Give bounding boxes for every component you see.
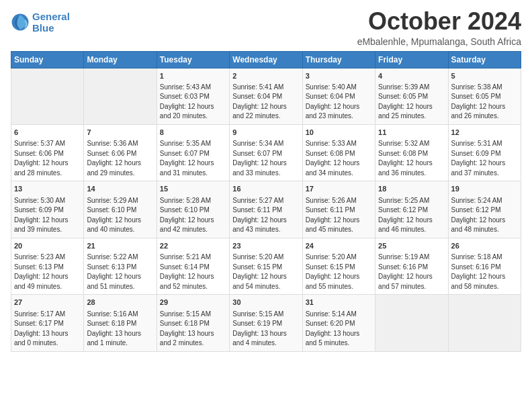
calendar-cell: 1Sunrise: 5:43 AM Sunset: 6:03 PM Daylig… (157, 68, 229, 124)
day-number: 18 (378, 184, 445, 194)
day-number: 9 (232, 128, 299, 138)
calendar-row: 13Sunrise: 5:30 AM Sunset: 6:09 PM Dayli… (11, 181, 521, 238)
day-number: 2 (232, 71, 299, 81)
day-info: Sunrise: 5:33 AM Sunset: 6:08 PM Dayligh… (306, 139, 372, 178)
calendar-cell: 31Sunrise: 5:14 AM Sunset: 6:20 PM Dayli… (302, 295, 375, 351)
calendar-cell: 7Sunrise: 5:36 AM Sunset: 6:06 PM Daylig… (84, 124, 157, 181)
day-info: Sunrise: 5:24 AM Sunset: 6:12 PM Dayligh… (451, 196, 518, 235)
day-number: 6 (14, 128, 81, 138)
day-number: 26 (451, 241, 518, 251)
calendar-cell: 11Sunrise: 5:32 AM Sunset: 6:08 PM Dayli… (375, 124, 448, 181)
day-info: Sunrise: 5:27 AM Sunset: 6:11 PM Dayligh… (232, 196, 299, 235)
calendar-cell: 18Sunrise: 5:25 AM Sunset: 6:12 PM Dayli… (375, 181, 448, 238)
day-info: Sunrise: 5:39 AM Sunset: 6:05 PM Dayligh… (378, 83, 445, 122)
calendar-row: 6Sunrise: 5:37 AM Sunset: 6:06 PM Daylig… (11, 124, 521, 181)
day-info: Sunrise: 5:15 AM Sunset: 6:19 PM Dayligh… (232, 310, 299, 349)
day-number: 25 (378, 241, 445, 251)
day-info: Sunrise: 5:28 AM Sunset: 6:10 PM Dayligh… (160, 196, 226, 235)
day-number: 7 (87, 128, 153, 138)
day-number: 31 (306, 298, 372, 308)
day-info: Sunrise: 5:25 AM Sunset: 6:12 PM Dayligh… (378, 196, 445, 235)
day-number: 22 (160, 241, 226, 251)
day-number: 12 (451, 128, 518, 138)
day-number: 4 (378, 71, 445, 81)
day-info: Sunrise: 5:32 AM Sunset: 6:08 PM Dayligh… (378, 139, 445, 178)
header-cell-tuesday: Tuesday (157, 51, 229, 68)
day-info: Sunrise: 5:17 AM Sunset: 6:17 PM Dayligh… (14, 310, 81, 349)
header-cell-saturday: Saturday (448, 51, 521, 68)
day-info: Sunrise: 5:36 AM Sunset: 6:06 PM Dayligh… (87, 139, 153, 178)
month-title: October 2024 (357, 8, 521, 35)
day-number: 5 (451, 71, 518, 81)
day-number: 16 (232, 184, 299, 194)
calendar-row: 20Sunrise: 5:23 AM Sunset: 6:13 PM Dayli… (11, 238, 521, 294)
header-cell-friday: Friday (375, 51, 448, 68)
day-info: Sunrise: 5:18 AM Sunset: 6:16 PM Dayligh… (451, 253, 518, 291)
header: General Blue October 2024 eMbalenhle, Mp… (11, 8, 521, 47)
day-info: Sunrise: 5:37 AM Sunset: 6:06 PM Dayligh… (14, 139, 81, 178)
header-cell-thursday: Thursday (302, 51, 375, 68)
day-info: Sunrise: 5:31 AM Sunset: 6:09 PM Dayligh… (451, 139, 518, 178)
calendar-cell: 2Sunrise: 5:41 AM Sunset: 6:04 PM Daylig… (230, 68, 302, 124)
day-info: Sunrise: 5:15 AM Sunset: 6:18 PM Dayligh… (160, 310, 226, 349)
day-number: 10 (306, 128, 372, 138)
day-info: Sunrise: 5:35 AM Sunset: 6:07 PM Dayligh… (160, 139, 226, 178)
calendar-cell: 13Sunrise: 5:30 AM Sunset: 6:09 PM Dayli… (11, 181, 84, 238)
day-number: 21 (87, 241, 153, 251)
calendar-cell: 26Sunrise: 5:18 AM Sunset: 6:16 PM Dayli… (448, 238, 521, 294)
day-number: 13 (14, 184, 81, 194)
day-number: 3 (306, 71, 372, 81)
day-number: 24 (306, 241, 372, 251)
calendar-cell: 17Sunrise: 5:26 AM Sunset: 6:11 PM Dayli… (302, 181, 375, 238)
calendar-cell: 28Sunrise: 5:16 AM Sunset: 6:18 PM Dayli… (84, 295, 157, 351)
calendar-cell: 5Sunrise: 5:38 AM Sunset: 6:05 PM Daylig… (448, 68, 521, 124)
day-info: Sunrise: 5:16 AM Sunset: 6:18 PM Dayligh… (87, 310, 153, 349)
calendar-cell (11, 68, 84, 124)
calendar-row: 1Sunrise: 5:43 AM Sunset: 6:03 PM Daylig… (11, 68, 521, 124)
logo-icon (11, 13, 30, 32)
calendar-cell: 29Sunrise: 5:15 AM Sunset: 6:18 PM Dayli… (157, 295, 229, 351)
day-info: Sunrise: 5:20 AM Sunset: 6:15 PM Dayligh… (232, 253, 299, 291)
day-info: Sunrise: 5:14 AM Sunset: 6:20 PM Dayligh… (306, 310, 372, 349)
calendar-table: SundayMondayTuesdayWednesdayThursdayFrid… (11, 51, 521, 352)
day-info: Sunrise: 5:40 AM Sunset: 6:04 PM Dayligh… (306, 83, 372, 122)
title-block: October 2024 eMbalenhle, Mpumalanga, Sou… (357, 8, 521, 47)
calendar-cell: 14Sunrise: 5:29 AM Sunset: 6:10 PM Dayli… (84, 181, 157, 238)
calendar-cell: 23Sunrise: 5:20 AM Sunset: 6:15 PM Dayli… (230, 238, 302, 294)
calendar-cell: 15Sunrise: 5:28 AM Sunset: 6:10 PM Dayli… (157, 181, 229, 238)
day-info: Sunrise: 5:21 AM Sunset: 6:14 PM Dayligh… (160, 253, 226, 291)
day-info: Sunrise: 5:29 AM Sunset: 6:10 PM Dayligh… (87, 196, 153, 235)
calendar-cell: 30Sunrise: 5:15 AM Sunset: 6:19 PM Dayli… (230, 295, 302, 351)
calendar-cell: 19Sunrise: 5:24 AM Sunset: 6:12 PM Dayli… (448, 181, 521, 238)
calendar-cell (375, 295, 448, 351)
day-number: 8 (160, 128, 226, 138)
calendar-cell: 27Sunrise: 5:17 AM Sunset: 6:17 PM Dayli… (11, 295, 84, 351)
calendar-cell: 16Sunrise: 5:27 AM Sunset: 6:11 PM Dayli… (230, 181, 302, 238)
day-number: 14 (87, 184, 153, 194)
header-cell-monday: Monday (84, 51, 157, 68)
day-number: 28 (87, 298, 153, 308)
day-info: Sunrise: 5:38 AM Sunset: 6:05 PM Dayligh… (451, 83, 518, 122)
calendar-cell: 8Sunrise: 5:35 AM Sunset: 6:07 PM Daylig… (157, 124, 229, 181)
day-info: Sunrise: 5:34 AM Sunset: 6:07 PM Dayligh… (232, 139, 299, 178)
header-cell-sunday: Sunday (11, 51, 84, 68)
header-cell-wednesday: Wednesday (230, 51, 302, 68)
calendar-cell (448, 295, 521, 351)
calendar-cell: 12Sunrise: 5:31 AM Sunset: 6:09 PM Dayli… (448, 124, 521, 181)
day-number: 17 (306, 184, 372, 194)
day-info: Sunrise: 5:26 AM Sunset: 6:11 PM Dayligh… (306, 196, 372, 235)
header-row: SundayMondayTuesdayWednesdayThursdayFrid… (11, 51, 521, 68)
day-number: 29 (160, 298, 226, 308)
calendar-cell: 24Sunrise: 5:20 AM Sunset: 6:15 PM Dayli… (302, 238, 375, 294)
day-number: 20 (14, 241, 81, 251)
day-number: 11 (378, 128, 445, 138)
day-number: 19 (451, 184, 518, 194)
day-info: Sunrise: 5:41 AM Sunset: 6:04 PM Dayligh… (232, 83, 299, 122)
calendar-cell: 9Sunrise: 5:34 AM Sunset: 6:07 PM Daylig… (230, 124, 302, 181)
day-info: Sunrise: 5:20 AM Sunset: 6:15 PM Dayligh… (306, 253, 372, 291)
calendar-cell: 4Sunrise: 5:39 AM Sunset: 6:05 PM Daylig… (375, 68, 448, 124)
location: eMbalenhle, Mpumalanga, South Africa (357, 36, 521, 47)
calendar-cell: 25Sunrise: 5:19 AM Sunset: 6:16 PM Dayli… (375, 238, 448, 294)
day-number: 27 (14, 298, 81, 308)
calendar-row: 27Sunrise: 5:17 AM Sunset: 6:17 PM Dayli… (11, 295, 521, 351)
